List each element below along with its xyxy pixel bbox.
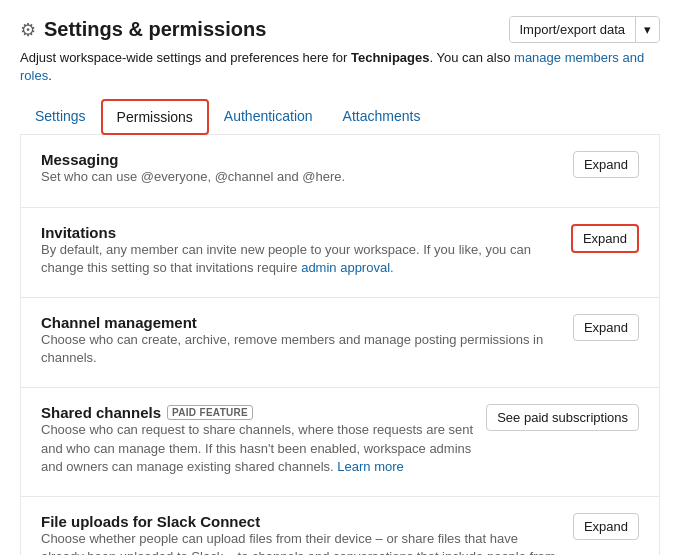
paid-feature-badge: PAID FEATURE bbox=[167, 405, 253, 420]
tab-settings[interactable]: Settings bbox=[20, 99, 101, 135]
see-paid-subscriptions-button[interactable]: See paid subscriptions bbox=[486, 404, 639, 431]
invitations-expand-button[interactable]: Expand bbox=[571, 224, 639, 253]
import-export-arrow-icon: ▾ bbox=[636, 17, 659, 42]
tab-authentication[interactable]: Authentication bbox=[209, 99, 328, 135]
shared-channels-desc: Choose who can request to share channels… bbox=[41, 421, 486, 476]
import-export-button[interactable]: Import/export data ▾ bbox=[509, 16, 661, 43]
messaging-expand-button[interactable]: Expand bbox=[573, 151, 639, 178]
channel-mgmt-desc: Choose who can create, archive, remove m… bbox=[41, 331, 561, 367]
file-uploads-desc: Choose whether people can upload files f… bbox=[41, 530, 561, 555]
channel-mgmt-expand-button[interactable]: Expand bbox=[573, 314, 639, 341]
shared-channels-title: Shared channels bbox=[41, 404, 161, 421]
page-subtitle: Adjust workspace-wide settings and prefe… bbox=[20, 49, 660, 85]
import-export-label: Import/export data bbox=[510, 17, 637, 42]
shared-channels-learn-more-link[interactable]: Learn more bbox=[337, 459, 403, 474]
content-area: Messaging Set who can use @everyone, @ch… bbox=[20, 135, 660, 555]
gear-icon: ⚙ bbox=[20, 19, 36, 41]
section-channel-management: Channel management Choose who can create… bbox=[21, 298, 659, 388]
messaging-desc: Set who can use @everyone, @channel and … bbox=[41, 168, 345, 186]
section-messaging: Messaging Set who can use @everyone, @ch… bbox=[21, 135, 659, 207]
admin-approval-link[interactable]: admin approval bbox=[301, 260, 390, 275]
file-uploads-expand-button[interactable]: Expand bbox=[573, 513, 639, 540]
section-file-uploads: File uploads for Slack Connect Choose wh… bbox=[21, 497, 659, 555]
invitations-desc: By default, any member can invite new pe… bbox=[41, 241, 561, 277]
page-title: Settings & permissions bbox=[44, 18, 266, 41]
section-shared-channels: Shared channels PAID FEATURE Choose who … bbox=[21, 388, 659, 497]
file-uploads-title: File uploads for Slack Connect bbox=[41, 513, 260, 530]
channel-mgmt-title: Channel management bbox=[41, 314, 197, 331]
section-invitations: Invitations By default, any member can i… bbox=[21, 208, 659, 298]
tabs-nav: Settings Permissions Authentication Atta… bbox=[20, 99, 660, 135]
messaging-title: Messaging bbox=[41, 151, 119, 168]
tab-permissions[interactable]: Permissions bbox=[101, 99, 209, 135]
tab-attachments[interactable]: Attachments bbox=[328, 99, 436, 135]
invitations-title: Invitations bbox=[41, 224, 116, 241]
